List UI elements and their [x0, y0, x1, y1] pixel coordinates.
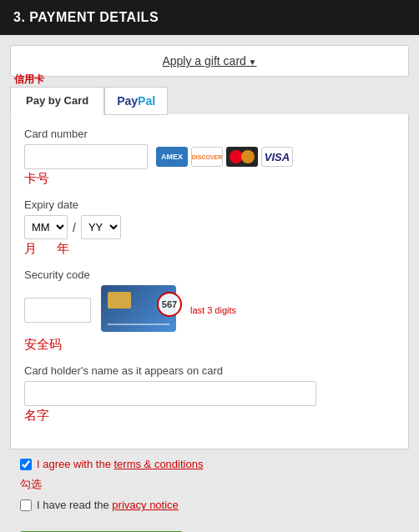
terms-link[interactable]: terms & conditions [114, 458, 204, 470]
cardholder-chinese: 名字 [24, 408, 395, 424]
card-tab-label: Pay by Card [26, 94, 88, 107]
cardholder-label: Card holder's name as it appears on card [24, 364, 395, 377]
section-header: 3. PAYMENT DETAILS [0, 0, 419, 35]
privacy-link[interactable]: privacy notice [112, 499, 178, 511]
terms-chinese: 勾选 [20, 477, 42, 492]
terms-prefix: I agree with the [37, 458, 114, 470]
privacy-label: I have read the privacy notice [37, 499, 179, 511]
card-number-input[interactable] [24, 144, 148, 169]
security-code-label: Security code [24, 269, 395, 281]
terms-label: I agree with the terms & conditions [37, 458, 203, 470]
expiry-month-select[interactable]: MM [24, 215, 68, 239]
gift-card-bar: Apply a gift card [10, 45, 409, 77]
privacy-checkbox[interactable] [20, 499, 32, 511]
gift-card-link[interactable]: Apply a gift card [162, 54, 256, 68]
security-code-group: Security code 567 last 3 digits 安全码 [24, 269, 395, 353]
month-chinese: 月 [24, 241, 37, 257]
expiry-row: MM / YY [24, 215, 395, 239]
payment-tabs: 信用卡 Pay by Card PayPal [10, 87, 409, 115]
card-form-content: Card number AMEX DISCOVER VISA 卡号 Expiry… [10, 114, 409, 449]
expiry-label: Expiry date [24, 198, 395, 211]
privacy-row: I have read the privacy notice [20, 499, 399, 511]
card-number-group: Card number AMEX DISCOVER VISA 卡号 [24, 128, 395, 187]
terms-checkbox[interactable] [20, 459, 32, 470]
card-icons: AMEX DISCOVER VISA [156, 147, 293, 167]
checkboxes-section: I agree with the terms & conditions 勾选 I… [10, 449, 409, 521]
place-order-section: PLACE YOUR ORDER 下单 [10, 521, 409, 532]
cvv-circle: 567 [157, 292, 182, 317]
content-area: Apply a gift card 信用卡 Pay by Card PayPal… [0, 35, 419, 532]
expiry-group: Expiry date MM / YY 月 年 [24, 198, 395, 257]
privacy-prefix: I have read the [37, 499, 112, 511]
tab-pay-by-card[interactable]: 信用卡 Pay by Card [10, 87, 104, 115]
section-title: 3. PAYMENT DETAILS [13, 10, 159, 24]
last3-label: last 3 digits [190, 304, 236, 316]
cardholder-input[interactable] [24, 381, 316, 406]
security-chinese: 安全码 [24, 337, 395, 353]
visa-icon: VISA [261, 147, 293, 167]
card-number-chinese: 卡号 [24, 171, 395, 187]
payment-page: 3. PAYMENT DETAILS Apply a gift card 信用卡… [0, 0, 419, 532]
security-code-input[interactable] [24, 298, 91, 323]
amex-icon: AMEX [156, 147, 188, 167]
card-number-label: Card number [24, 128, 395, 140]
security-row: 567 last 3 digits [24, 285, 395, 335]
paypal-logo: PayPal [117, 94, 155, 108]
expiry-separator: / [73, 221, 76, 234]
cardholder-group: Card holder's name as it appears on card… [24, 364, 395, 424]
cvv-value: 567 [162, 299, 177, 309]
mastercard-icon [226, 147, 258, 167]
discover-icon: DISCOVER [191, 147, 223, 167]
expiry-year-select[interactable]: YY [81, 215, 121, 239]
card-diagram: 567 [101, 285, 180, 335]
terms-row: I agree with the terms & conditions [20, 458, 399, 470]
card-tab-chinese: 信用卡 [14, 73, 44, 87]
year-chinese: 年 [57, 241, 69, 257]
card-number-row: AMEX DISCOVER VISA [24, 144, 395, 169]
tab-paypal[interactable]: PayPal [104, 87, 168, 115]
